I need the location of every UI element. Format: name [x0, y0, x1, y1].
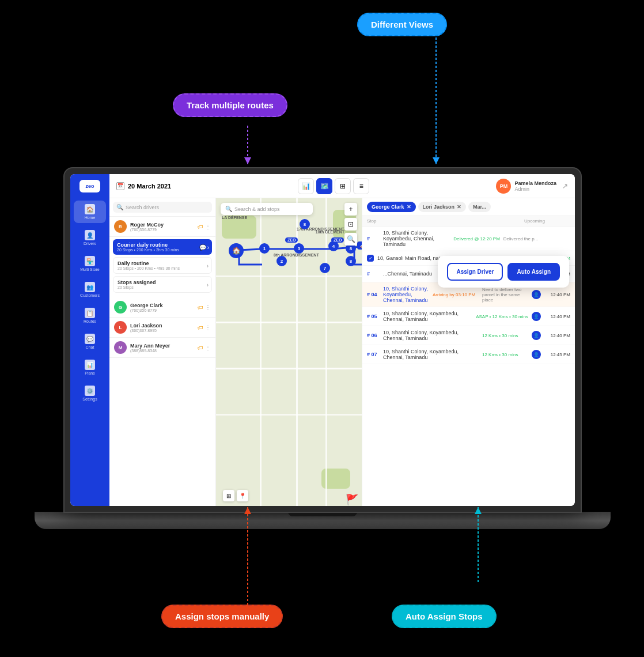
marker-2: 2	[276, 256, 287, 266]
stop-checkbox-2[interactable]: ✓	[367, 255, 374, 262]
auto-assign-button[interactable]: Auto Assign	[507, 263, 560, 281]
left-panel: 🔍 Search drivers R Roger McCoy (760)356-…	[109, 198, 216, 506]
sidebar-item-home[interactable]: 🏠 Home	[74, 201, 106, 223]
home-marker: 🏠	[229, 243, 244, 258]
driver-item-george[interactable]: G George Clark (760)356-8779 🏷 ⋮	[109, 297, 215, 318]
chart-view-button[interactable]: 📊	[298, 178, 314, 194]
search-drivers-input[interactable]: Search drivers	[126, 205, 209, 210]
badge-zeo-2: ZEO	[285, 237, 298, 243]
top-header: 📅 20 March 2021 📊 🗺️ ⊞ ≡ PM Pamela Mendo…	[109, 174, 575, 198]
route-card-assigned[interactable]: Stops assigned 20 Stops ›	[113, 276, 212, 293]
card-arrow-daily: ›	[207, 262, 209, 269]
calendar-icon[interactable]: 📅	[116, 182, 124, 190]
col-stop: Stop	[367, 218, 521, 224]
tab-close-george[interactable]: ✕	[407, 204, 411, 210]
stop-status-4: Arriving by 03:10 PM	[433, 292, 479, 297]
sidebar-item-drivers[interactable]: 👤 Drivers	[74, 226, 106, 249]
list-view-button[interactable]: ≡	[353, 178, 369, 194]
driver-name-george: George Clark	[130, 303, 194, 308]
driver-name-mary: Mary Ann Meyer	[130, 343, 194, 349]
zoom-out-button[interactable]: 🔍	[344, 233, 357, 246]
assign-icon-5: 👤	[532, 312, 541, 321]
home-icon: 🏠	[85, 204, 95, 214]
map-action-btn[interactable]: ⊡	[344, 218, 357, 231]
sidebar-item-multistore[interactable]: 🏪 Multi Store	[74, 252, 106, 275]
sidebar-item-routes[interactable]: 📋 Routes	[74, 304, 106, 327]
auto-assign-callout: Auto Assign Stops	[392, 605, 497, 628]
tab-close-lori[interactable]: ✕	[457, 204, 461, 210]
sidebar-label-plans: Plans	[85, 371, 95, 375]
user-name-label: Pamela Mendoza	[514, 180, 556, 186]
sidebar-item-chat[interactable]: 💬 Chat	[74, 330, 106, 353]
assign-driver-button[interactable]: Assign Driver	[447, 263, 503, 281]
stop-time-7: 12:45 PM	[544, 352, 570, 357]
more-icon-mary[interactable]: ⋮	[205, 345, 211, 351]
driver-item-roger[interactable]: R Roger McCoy (760)356-8779 🏷 ⋮	[109, 217, 215, 237]
stop-note-1: Delivered the p...	[503, 236, 570, 241]
search-drivers-section: 🔍 Search drivers	[109, 198, 215, 217]
driver-item-lori[interactable]: L Lori Jackson (360)367-8995 🏷 ⋮	[109, 318, 215, 338]
sidebar-label-customers: Customers	[80, 293, 100, 297]
sidebar-label-multistore: Multi Store	[80, 267, 99, 271]
more-icon-george[interactable]: ⋮	[205, 304, 211, 311]
marker-3: 3	[294, 243, 304, 254]
card-arrow-assigned: ›	[207, 281, 209, 288]
laptop-screen: zeo 🏠 Home 👤 Drivers 🏪 Multi Store 👥 Cus…	[70, 174, 575, 506]
marker-7e: 7	[320, 263, 330, 273]
more-icon-lori[interactable]: ⋮	[205, 324, 211, 331]
driver-avatar-roger: R	[114, 220, 127, 233]
location-pin-btn[interactable]: 📍	[237, 490, 248, 501]
driver-actions-roger: 🏷 ⋮	[198, 224, 211, 230]
map-view-button[interactable]: 🗺️	[316, 178, 332, 194]
route-card-actions-assigned: ›	[207, 281, 209, 288]
map-search-input[interactable]: Search & add stops	[234, 206, 280, 212]
map-area[interactable]: Levallois-Perret LA DÉFENSE 17th ARRONDI…	[216, 198, 362, 506]
stop-row-1: # 10, Shanthi Colony, Koyambedu, Chennai…	[362, 226, 575, 251]
driver-phone-george: (760)356-8779	[130, 308, 194, 312]
laptop-frame: zeo 🏠 Home 👤 Drivers 🏪 Multi Store 👥 Cus…	[63, 167, 582, 513]
route-card-title-daily: Daily routine	[118, 260, 207, 266]
driver-item-mary[interactable]: M Mary Ann Meyer (388)889-8348 🏷 ⋮	[109, 338, 215, 358]
logout-icon[interactable]: ↗	[562, 182, 568, 190]
track-routes-callout: Track multiple routes	[173, 93, 287, 117]
stop-row-6: # 06 10, Shanthi Colony, Koyambedu, Chen…	[362, 326, 575, 345]
content-area: 🔍 Search drivers R Roger McCoy (760)356-…	[109, 198, 575, 506]
sidebar-label-home: Home	[85, 216, 96, 220]
date-label: 20 March 2021	[128, 183, 171, 190]
sidebar-item-plans[interactable]: 📊 Plans	[74, 356, 106, 379]
stop-time-4: 12:40 PM	[544, 292, 570, 297]
map-search-bar[interactable]: 🔍 Search & add stops	[221, 203, 313, 215]
sidebar: zeo 🏠 Home 👤 Drivers 🏪 Multi Store 👥 Cus…	[70, 174, 109, 506]
route-card-daily[interactable]: Daily routine 20 Stops • 200 Kms • 4hrs …	[113, 257, 212, 274]
sidebar-item-customers[interactable]: 👥 Customers	[74, 278, 106, 301]
card-chat-icon: 💬	[199, 244, 206, 250]
customers-icon: 👥	[85, 282, 95, 292]
search-input-wrap[interactable]: 🔍 Search drivers	[113, 202, 212, 213]
sidebar-item-settings[interactable]: ⚙️ Settings	[74, 382, 106, 405]
tab-lori-jackson[interactable]: Lori Jackson ✕	[418, 202, 467, 212]
marker-8c: 8	[346, 256, 356, 266]
paris-map-bg: Levallois-Perret LA DÉFENSE 17th ARRONDI…	[216, 198, 362, 506]
stop-address-7: 10, Shanthi Colony, Koyambedu, Chennai, …	[383, 349, 479, 360]
driver-info-roger: Roger McCoy (760)356-8779	[130, 222, 194, 232]
route-card-courier[interactable]: Courier daily routine 20 Stops • 200 Kms…	[113, 239, 212, 255]
search-icon: 🔍	[116, 204, 123, 210]
grid-view-button[interactable]: ⊞	[335, 178, 351, 194]
driver-tabs: George Clark ✕ Lori Jackson ✕ Mar...	[362, 198, 575, 216]
stop-time-6: 12:40 PM	[544, 333, 570, 338]
card-arrow-icon: ›	[207, 244, 209, 250]
tab-george-clark[interactable]: George Clark ✕	[367, 202, 416, 212]
zoom-in-button[interactable]: +	[344, 203, 357, 216]
date-section: 📅 20 March 2021	[116, 182, 171, 190]
chat-icon: 💬	[85, 334, 95, 344]
location-expand-btn[interactable]: ⊞	[223, 490, 234, 501]
plans-icon: 📊	[85, 360, 95, 370]
flag-marker: 🚩	[346, 493, 358, 506]
stop-num-1: #	[367, 236, 380, 241]
map-search-icon: 🔍	[225, 206, 232, 212]
user-role-label: Admin	[514, 186, 556, 192]
tab-more[interactable]: Mar...	[468, 202, 491, 212]
driver-name-roger: Roger McCoy	[130, 222, 194, 228]
tag-icon-lori: 🏷	[198, 324, 203, 331]
more-icon-roger[interactable]: ⋮	[205, 224, 211, 230]
